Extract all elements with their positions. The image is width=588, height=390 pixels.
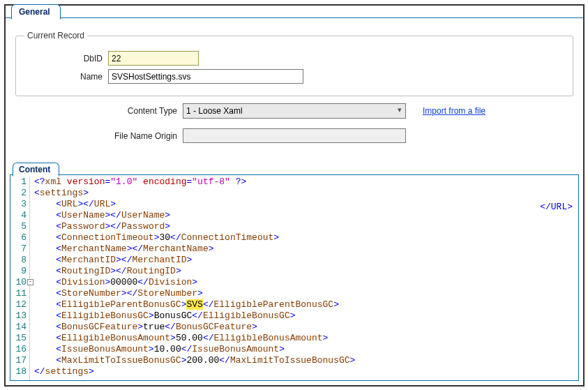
code-editor[interactable]: 12345678910-1112131415161718 <?xml versi…	[10, 174, 579, 381]
current-record-legend: Current Record	[24, 31, 87, 40]
general-panel: Current Record DbID Name Content Type 1 …	[6, 18, 583, 385]
name-label: Name	[24, 72, 108, 82]
tab-content[interactable]: Content	[13, 163, 59, 177]
fold-toggle-icon[interactable]: -	[27, 279, 33, 285]
import-link[interactable]: Import from a file	[423, 106, 485, 116]
dbid-input[interactable]	[108, 51, 199, 66]
dbid-label: DbID	[24, 54, 108, 63]
line-gutter: 12345678910-1112131415161718	[10, 175, 30, 380]
tab-general[interactable]: General	[11, 4, 61, 20]
name-input[interactable]	[108, 69, 303, 84]
content-type-label: Content Type	[15, 106, 183, 116]
file-name-origin-label: File Name Origin	[15, 131, 183, 141]
file-name-origin-input[interactable]	[183, 128, 406, 143]
stray-url-tag: </URL>	[540, 202, 573, 212]
code-area[interactable]: <?xml version="1.0" encoding="utf-8" ?> …	[30, 175, 578, 380]
current-record-group: Current Record DbID Name	[15, 31, 573, 96]
content-type-select[interactable]: 1 - Loose Xaml	[183, 103, 406, 119]
